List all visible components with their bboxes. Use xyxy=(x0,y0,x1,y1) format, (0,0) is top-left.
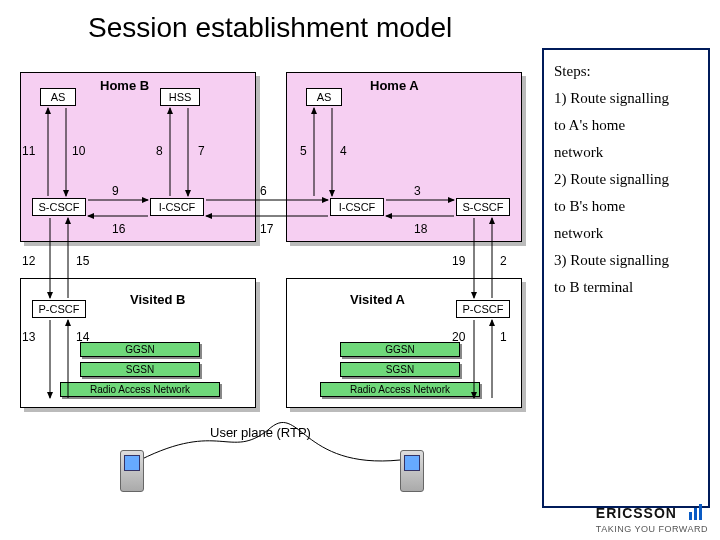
step-number: 3 xyxy=(414,184,421,198)
step-number: 18 xyxy=(414,222,427,236)
ran-b-node: Radio Access Network xyxy=(60,382,220,397)
hss-node: HSS xyxy=(160,88,200,106)
steps-line: 1) Route signalling xyxy=(554,85,698,112)
phone-b-icon xyxy=(120,450,144,492)
step-number: 4 xyxy=(340,144,347,158)
ggsn-a-node: GGSN xyxy=(340,342,460,357)
slide-title: Session establishment model xyxy=(88,12,452,44)
as-b-node: AS xyxy=(40,88,76,106)
step-number: 5 xyxy=(300,144,307,158)
step-number: 6 xyxy=(260,184,267,198)
steps-line: to A's home xyxy=(554,112,698,139)
step-number: 19 xyxy=(452,254,465,268)
ran-a-node: Radio Access Network xyxy=(320,382,480,397)
icscf-a-node: I-CSCF xyxy=(330,198,384,216)
step-number: 20 xyxy=(452,330,465,344)
phone-a-icon xyxy=(400,450,424,492)
home-a-label: Home A xyxy=(370,78,419,93)
pcscf-b-node: P-CSCF xyxy=(32,300,86,318)
step-number: 11 xyxy=(22,144,35,158)
step-number: 9 xyxy=(112,184,119,198)
step-number: 13 xyxy=(22,330,35,344)
step-number: 16 xyxy=(112,222,125,236)
ggsn-b-node: GGSN xyxy=(80,342,200,357)
sgsn-a-node: SGSN xyxy=(340,362,460,377)
step-number: 12 xyxy=(22,254,35,268)
step-number: 2 xyxy=(500,254,507,268)
scscf-a-node: S-CSCF xyxy=(456,198,510,216)
step-number: 15 xyxy=(76,254,89,268)
step-number: 17 xyxy=(260,222,273,236)
user-plane-label: User plane (RTP) xyxy=(210,425,311,440)
step-number: 10 xyxy=(72,144,85,158)
home-b-label: Home B xyxy=(100,78,149,93)
as-a-node: AS xyxy=(306,88,342,106)
steps-line: network xyxy=(554,220,698,247)
step-number: 1 xyxy=(500,330,507,344)
step-number: 8 xyxy=(156,144,163,158)
brand-bars-icon xyxy=(687,504,702,524)
steps-line: to B's home xyxy=(554,193,698,220)
scscf-b-node: S-CSCF xyxy=(32,198,86,216)
step-number: 14 xyxy=(76,330,89,344)
brand-logo: ERICSSON TAKING YOU FORWARD xyxy=(596,504,708,534)
pcscf-a-node: P-CSCF xyxy=(456,300,510,318)
steps-panel: Steps: 1) Route signalling to A's home n… xyxy=(542,48,710,508)
brand-name: ERICSSON xyxy=(596,505,677,521)
steps-heading: Steps: xyxy=(554,58,698,85)
brand-tagline: TAKING YOU FORWARD xyxy=(596,524,708,534)
steps-line: 2) Route signalling xyxy=(554,166,698,193)
visited-a-label: Visited A xyxy=(350,292,405,307)
steps-line: network xyxy=(554,139,698,166)
icscf-b-node: I-CSCF xyxy=(150,198,204,216)
sgsn-b-node: SGSN xyxy=(80,362,200,377)
step-number: 7 xyxy=(198,144,205,158)
visited-b-label: Visited B xyxy=(130,292,185,307)
steps-line: 3) Route signalling xyxy=(554,247,698,274)
steps-line: to B terminal xyxy=(554,274,698,301)
